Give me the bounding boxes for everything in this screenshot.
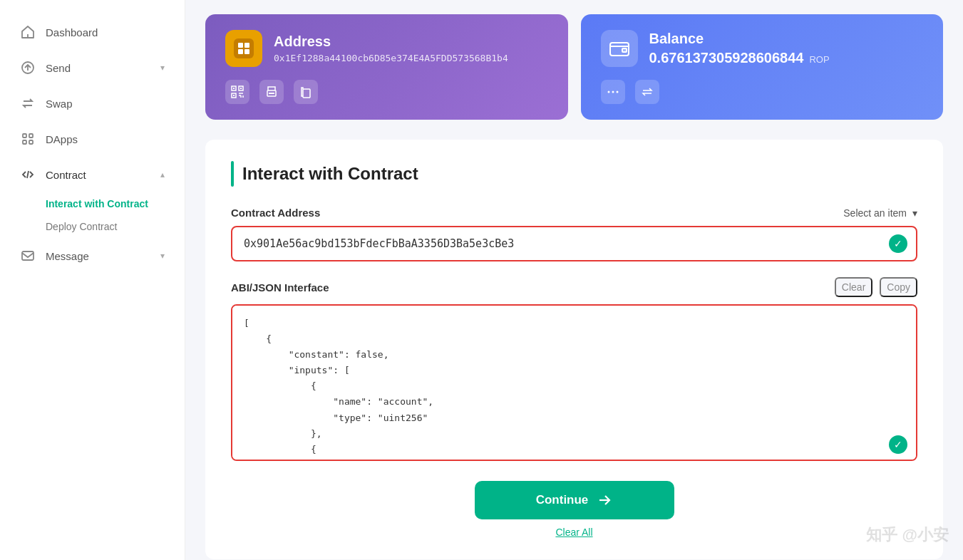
balance-amount: 0.676137305928606844 ROP xyxy=(649,50,830,66)
copy-button[interactable]: Copy xyxy=(880,277,917,297)
svg-rect-13 xyxy=(238,49,243,54)
svg-rect-29 xyxy=(622,48,627,52)
clear-button[interactable]: Clear xyxy=(835,277,872,297)
sidebar-item-label: DApps xyxy=(46,133,78,145)
svg-rect-9 xyxy=(22,252,34,260)
title-accent-bar xyxy=(231,161,234,187)
transfer-button[interactable] xyxy=(635,80,659,104)
svg-point-31 xyxy=(612,91,614,93)
copy-address-button[interactable] xyxy=(294,80,318,104)
address-value: 0x1Ef1288a44100cb6D85e374E4A5FDD573568B1… xyxy=(274,53,508,63)
sidebar-item-label: Send xyxy=(46,62,71,74)
avatar xyxy=(225,30,262,67)
contract-address-header-row: Contract Address Select an item ▾ xyxy=(231,207,917,219)
continue-button[interactable]: Continue xyxy=(475,481,674,519)
balance-unit: ROP xyxy=(809,54,829,65)
continue-row: Continue Clear All xyxy=(231,481,917,538)
cards-row: Address 0x1Ef1288a44100cb6D85e374E4A5FDD… xyxy=(205,14,943,120)
svg-rect-11 xyxy=(238,43,243,48)
contract-submenu: Interact with Contract Deploy Contract xyxy=(0,192,185,238)
svg-point-30 xyxy=(607,91,609,93)
address-card: Address 0x1Ef1288a44100cb6D85e374E4A5FDD… xyxy=(205,14,568,120)
balance-icons-row xyxy=(601,80,924,104)
address-icons-row xyxy=(225,80,548,104)
svg-rect-12 xyxy=(244,43,249,48)
sidebar-item-deploy-contract[interactable]: Deploy Contract xyxy=(46,215,185,238)
svg-rect-26 xyxy=(269,93,274,94)
dashboard-icon xyxy=(20,24,36,40)
svg-rect-6 xyxy=(23,140,26,144)
balance-card-title: Balance xyxy=(649,31,830,47)
svg-line-8 xyxy=(27,171,29,178)
sidebar-item-dapps[interactable]: DApps xyxy=(0,121,185,157)
sidebar-item-contract[interactable]: Contract ▴ xyxy=(0,157,185,192)
sidebar-item-label: Contract xyxy=(46,169,86,181)
dapps-icon xyxy=(20,131,36,147)
page-title: Interact with Contract xyxy=(242,164,418,184)
send-icon xyxy=(20,60,36,76)
contract-icon xyxy=(20,167,36,182)
sidebar-item-dashboard[interactable]: Dashboard xyxy=(0,14,185,50)
main-content: Address 0x1Ef1288a44100cb6D85e374E4A5FDD… xyxy=(185,0,963,560)
svg-rect-7 xyxy=(29,140,33,144)
chevron-up-icon: ▴ xyxy=(160,170,165,180)
wallet-icon xyxy=(601,30,638,67)
message-icon xyxy=(20,248,36,264)
sidebar-item-label: Message xyxy=(46,250,89,262)
contract-address-input-wrapper: ✓ xyxy=(231,226,917,261)
svg-point-32 xyxy=(616,91,618,93)
section-title-row: Interact with Contract xyxy=(231,161,917,187)
svg-rect-20 xyxy=(233,95,235,96)
svg-rect-10 xyxy=(234,38,254,58)
abi-header-row: ABI/JSON Interface Clear Copy xyxy=(231,277,917,297)
sidebar-item-interact-contract[interactable]: Interact with Contract xyxy=(46,192,185,215)
interact-contract-section: Interact with Contract Contract Address … xyxy=(205,140,943,559)
more-button[interactable] xyxy=(601,80,625,104)
abi-actions: Clear Copy xyxy=(835,277,917,297)
swap-icon xyxy=(20,95,36,111)
chevron-icon: ▾ xyxy=(160,63,165,73)
clear-all-link[interactable]: Clear All xyxy=(555,527,592,538)
svg-rect-14 xyxy=(244,49,249,54)
svg-rect-19 xyxy=(240,88,242,89)
chevron-down-icon: ▾ xyxy=(160,251,165,261)
abi-label: ABI/JSON Interface xyxy=(231,281,329,294)
svg-rect-18 xyxy=(233,88,235,89)
balance-card: Balance 0.676137305928606844 ROP xyxy=(581,14,944,120)
contract-address-check-icon: ✓ xyxy=(889,234,907,253)
abi-section: ABI/JSON Interface Clear Copy [ { "const… xyxy=(231,277,917,464)
svg-rect-4 xyxy=(23,134,26,138)
sidebar-item-send[interactable]: Send ▾ xyxy=(0,50,185,85)
sidebar-item-swap[interactable]: Swap xyxy=(0,85,185,121)
address-card-title: Address xyxy=(274,33,508,50)
abi-check-icon: ✓ xyxy=(889,435,907,454)
contract-address-label: Contract Address xyxy=(231,207,320,219)
sidebar-item-label: Dashboard xyxy=(46,26,98,38)
sidebar-item-label: Swap xyxy=(46,98,73,110)
sidebar-item-message[interactable]: Message ▾ xyxy=(0,238,185,274)
dropdown-chevron-icon: ▾ xyxy=(912,207,917,219)
svg-rect-27 xyxy=(303,89,310,98)
sidebar: Dashboard Send ▾ Swap xyxy=(0,0,185,560)
contract-address-input[interactable] xyxy=(231,226,917,261)
svg-rect-5 xyxy=(29,134,33,138)
select-item-dropdown[interactable]: Select an item ▾ xyxy=(843,207,917,219)
abi-textarea[interactable]: [ { "constant": false, "inputs": [ { "na… xyxy=(231,304,917,461)
print-button[interactable] xyxy=(259,80,284,104)
abi-textarea-wrapper: [ { "constant": false, "inputs": [ { "na… xyxy=(231,304,917,464)
qr-code-button[interactable] xyxy=(225,80,249,104)
